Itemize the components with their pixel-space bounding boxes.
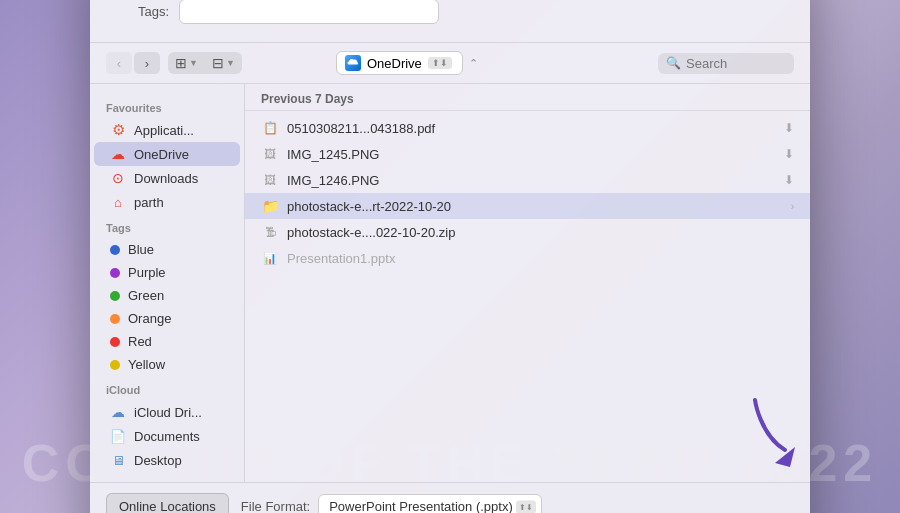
- footer-middle: Online Locations File Format: PowerPoint…: [106, 493, 794, 513]
- folder-chevron-icon: ›: [791, 201, 794, 212]
- location-expand-button[interactable]: ⌃: [469, 57, 478, 70]
- cloud-download-icon-3: ⬇: [784, 173, 794, 187]
- tag-green-label: Green: [128, 288, 164, 303]
- folder-icon: 📁: [261, 197, 279, 215]
- green-dot: [110, 291, 120, 301]
- desktop-icon: 🖥: [110, 452, 126, 468]
- zip-icon: 🗜: [261, 223, 279, 241]
- image-icon-2: 🖼: [261, 171, 279, 189]
- favourites-label: Favourites: [90, 94, 244, 118]
- grid-view-arrow: ▼: [226, 58, 235, 68]
- file-item-pdf[interactable]: 📋 0510308211...043188.pdf ⬇: [245, 115, 810, 141]
- file-format-select-wrapper: PowerPoint Presentation (.pptx): [318, 494, 542, 513]
- sidebar-tag-green[interactable]: Green: [94, 284, 240, 307]
- file-format-label: File Format:: [241, 499, 310, 513]
- tags-input[interactable]: [179, 0, 439, 24]
- yellow-dot: [110, 360, 120, 370]
- file-item-img1[interactable]: 🖼 IMG_1245.PNG ⬇: [245, 141, 810, 167]
- home-icon: ⌂: [110, 194, 126, 210]
- view-buttons: ⊞ ▼ ⊟ ▼: [168, 52, 242, 74]
- grid-view-icon: ⊟: [212, 55, 224, 71]
- back-button[interactable]: ‹: [106, 52, 132, 74]
- sidebar: Favourites ⚙ Applicati... ☁ OneDrive ⊙ D…: [90, 84, 245, 482]
- file-format-select[interactable]: PowerPoint Presentation (.pptx): [318, 494, 542, 513]
- search-input[interactable]: [686, 56, 786, 71]
- dialog-header: Save As: Tags:: [90, 0, 810, 43]
- onedrive-sidebar-icon: ☁: [110, 146, 126, 162]
- file-format-row: File Format: PowerPoint Presentation (.p…: [241, 494, 542, 513]
- list-view-icon: ⊞: [175, 55, 187, 71]
- sidebar-item-desktop[interactable]: 🖥 Desktop: [94, 448, 240, 472]
- sidebar-item-documents[interactable]: 📄 Documents: [94, 424, 240, 448]
- toolbar: ‹ › ⊞ ▼ ⊟ ▼ OneDrive ⬆⬇: [90, 43, 810, 84]
- icloud-drive-icon: ☁: [110, 404, 126, 420]
- onedrive-icon: [345, 55, 361, 71]
- tag-red-label: Red: [128, 334, 152, 349]
- sidebar-item-applications[interactable]: ⚙ Applicati...: [94, 118, 240, 142]
- location-name: OneDrive: [367, 56, 422, 71]
- documents-icon: 📄: [110, 428, 126, 444]
- file-name-zip: photostack-e....022-10-20.zip: [287, 225, 794, 240]
- sidebar-item-onedrive-label: OneDrive: [134, 147, 189, 162]
- image-icon-1: 🖼: [261, 145, 279, 163]
- sidebar-item-applications-label: Applicati...: [134, 123, 194, 138]
- list-view-button[interactable]: ⊞ ▼: [168, 52, 205, 74]
- sidebar-item-onedrive[interactable]: ☁ OneDrive: [94, 142, 240, 166]
- nav-buttons: ‹ ›: [106, 52, 160, 74]
- sidebar-item-documents-label: Documents: [134, 429, 200, 444]
- file-area: Previous 7 Days 📋 0510308211...043188.pd…: [245, 84, 810, 482]
- search-field: 🔍: [658, 53, 794, 74]
- tag-orange-label: Orange: [128, 311, 171, 326]
- purple-dot: [110, 268, 120, 278]
- location-pill[interactable]: OneDrive ⬆⬇: [336, 51, 463, 75]
- tag-blue-label: Blue: [128, 242, 154, 257]
- pdf-icon: 📋: [261, 119, 279, 137]
- sidebar-tag-purple[interactable]: Purple: [94, 261, 240, 284]
- file-name-img1: IMG_1245.PNG: [287, 147, 776, 162]
- tags-label: Tags: [90, 214, 244, 238]
- sidebar-tag-blue[interactable]: Blue: [94, 238, 240, 261]
- file-item-zip[interactable]: 🗜 photostack-e....022-10-20.zip: [245, 219, 810, 245]
- location-select-arrow: ⬆⬇: [428, 57, 452, 69]
- file-name-folder: photostack-e...rt-2022-10-20: [287, 199, 783, 214]
- tags-row: Tags:: [114, 0, 786, 24]
- file-item-folder[interactable]: 📁 photostack-e...rt-2022-10-20 ›: [245, 193, 810, 219]
- sidebar-item-desktop-label: Desktop: [134, 453, 182, 468]
- downloads-icon: ⊙: [110, 170, 126, 186]
- forward-button[interactable]: ›: [134, 52, 160, 74]
- red-dot: [110, 337, 120, 347]
- file-item-pptx: 📊 Presentation1.pptx: [245, 245, 810, 271]
- orange-dot: [110, 314, 120, 324]
- file-item-img2[interactable]: 🖼 IMG_1246.PNG ⬇: [245, 167, 810, 193]
- tags-label: Tags:: [114, 4, 179, 19]
- tag-yellow-label: Yellow: [128, 357, 165, 372]
- file-list-header: Previous 7 Days: [245, 84, 810, 111]
- sidebar-tag-yellow[interactable]: Yellow: [94, 353, 240, 376]
- list-view-arrow: ▼: [189, 58, 198, 68]
- tag-purple-label: Purple: [128, 265, 166, 280]
- blue-dot: [110, 245, 120, 255]
- sidebar-item-downloads[interactable]: ⊙ Downloads: [94, 166, 240, 190]
- icloud-label: iCloud: [90, 376, 244, 400]
- sidebar-item-icloud-drive[interactable]: ☁ iCloud Dri...: [94, 400, 240, 424]
- search-icon: 🔍: [666, 56, 681, 70]
- cloud-download-icon-2: ⬇: [784, 147, 794, 161]
- dialog-content: Favourites ⚙ Applicati... ☁ OneDrive ⊙ D…: [90, 84, 810, 482]
- save-dialog: Save As: Tags: ‹ › ⊞ ▼ ⊟ ▼: [90, 0, 810, 513]
- sidebar-tag-red[interactable]: Red: [94, 330, 240, 353]
- sidebar-item-parth-label: parth: [134, 195, 164, 210]
- sidebar-item-parth[interactable]: ⌂ parth: [94, 190, 240, 214]
- applications-icon: ⚙: [110, 122, 126, 138]
- file-list: 📋 0510308211...043188.pdf ⬇ 🖼 IMG_1245.P…: [245, 111, 810, 482]
- location-selector: OneDrive ⬆⬇ ⌃: [336, 51, 478, 75]
- file-name-pptx: Presentation1.pptx: [287, 251, 794, 266]
- online-locations-button[interactable]: Online Locations: [106, 493, 229, 513]
- file-name-pdf: 0510308211...043188.pdf: [287, 121, 776, 136]
- sidebar-item-icloud-label: iCloud Dri...: [134, 405, 202, 420]
- grid-view-button[interactable]: ⊟ ▼: [205, 52, 242, 74]
- pptx-icon: 📊: [261, 249, 279, 267]
- cloud-download-icon-1: ⬇: [784, 121, 794, 135]
- sidebar-tag-orange[interactable]: Orange: [94, 307, 240, 330]
- file-name-img2: IMG_1246.PNG: [287, 173, 776, 188]
- sidebar-item-downloads-label: Downloads: [134, 171, 198, 186]
